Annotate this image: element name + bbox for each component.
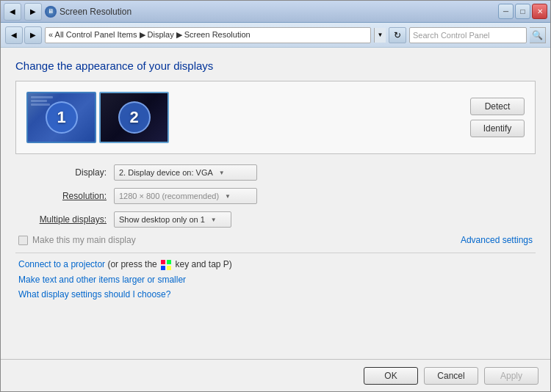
svg-rect-0 [161,260,165,264]
text-size-link[interactable]: Make text and other items larger or smal… [18,275,186,285]
text-size-link-row: Make text and other items larger or smal… [18,275,533,285]
main-display-checkbox[interactable] [18,236,28,245]
resolution-label: Resolution: [18,191,114,201]
breadcrumb[interactable]: « All Control Panel Items ▶ Display ▶ Sc… [45,27,371,43]
minimize-button[interactable]: ─ [498,4,514,19]
identify-button[interactable]: Identify [470,120,525,137]
window-icon: 🖥 [45,6,57,18]
display-label: Display: [18,167,114,178]
breadcrumb-text: « All Control Panel Items ▶ Display ▶ Sc… [48,30,251,40]
svg-rect-1 [167,260,171,264]
display-settings-link-row: What display settings should I choose? [18,289,533,300]
mini-bar-3 [31,104,50,106]
main-content: Change the appearance of your displays 1… [1,48,550,359]
projector-link-row: Connect to a projector (or press the key… [18,259,533,270]
checkbox-left: Make this my main display [18,235,136,245]
title-nav-back[interactable]: ◀ [4,3,21,21]
window: ◀ ▶ 🖥 Screen Resolution ─ □ ✕ ◀ ▶ « All … [0,0,551,392]
restore-button[interactable]: □ [515,4,530,19]
forward-button[interactable]: ▶ [24,26,42,44]
close-button[interactable]: ✕ [532,4,547,19]
projector-link[interactable]: Connect to a projector [18,259,105,269]
search-icon[interactable]: 🔍 [530,27,546,43]
window-title: Screen Resolution [60,7,132,17]
multiple-displays-row: Multiple displays: Show desktop only on … [18,211,533,228]
multiple-displays-select[interactable]: Show desktop only on 1 ▼ [114,211,231,228]
title-bar: ◀ ▶ 🖥 Screen Resolution ─ □ ✕ [1,1,550,23]
checkbox-label: Make this my main display [32,235,136,245]
display-select-value: 2. Display device on: VGA [119,168,213,177]
resolution-select[interactable]: 1280 × 800 (recommended) ▼ [114,188,257,204]
breadcrumb-dropdown[interactable]: ▼ [374,28,386,43]
title-bar-left: ◀ ▶ 🖥 Screen Resolution [4,3,498,21]
display-settings-link[interactable]: What display settings should I choose? [18,289,170,300]
display-dropdown-arrow: ▼ [219,170,225,176]
ok-button[interactable]: OK [364,367,418,385]
monitor-1-number: 1 [46,101,78,134]
advanced-settings-link[interactable]: Advanced settings [461,235,533,245]
monitor-2[interactable]: 2 [99,92,169,143]
cancel-button[interactable]: Cancel [424,367,478,385]
windows-logo-icon [161,260,171,270]
multiple-displays-value: Show desktop only on 1 [119,215,205,224]
monitor-1[interactable]: 1 [26,92,96,143]
title-nav-forward[interactable]: ▶ [24,3,42,21]
display-row: Display: 2. Display device on: VGA ▼ [18,164,533,181]
address-bar: ◀ ▶ « All Control Panel Items ▶ Display … [1,23,550,48]
projector-link-text-2: key and tap P) [175,259,231,269]
monitor-1-icons [31,96,53,106]
title-bar-controls: ─ □ ✕ [498,4,547,19]
detect-button[interactable]: Detect [470,98,525,115]
resolution-dropdown-arrow: ▼ [225,193,231,200]
search-placeholder: Search Control Panel [413,31,490,40]
footer: OK Cancel Apply [1,359,550,391]
resolution-select-value: 1280 × 800 (recommended) [119,192,219,200]
projector-link-text-1: (or press the [107,259,159,269]
nav-buttons: ◀ ▶ [5,26,42,44]
svg-rect-2 [161,266,165,270]
back-button[interactable]: ◀ [5,26,23,44]
monitors-area: 1 2 [26,92,169,143]
svg-rect-3 [167,266,171,270]
apply-button[interactable]: Apply [484,367,539,385]
multiple-displays-arrow: ▼ [211,217,217,223]
form-section: Display: 2. Display device on: VGA ▼ Res… [15,164,536,228]
multiple-displays-label: Multiple displays: [18,214,114,225]
detect-identify-area: Detect Identify [470,98,525,137]
links-section: Connect to a projector (or press the key… [15,253,536,310]
resolution-row: Resolution: 1280 × 800 (recommended) ▼ [18,188,533,204]
display-preview-container: 1 2 Detect Identify [15,81,536,154]
monitor-2-number: 2 [118,101,151,134]
display-select[interactable]: 2. Display device on: VGA ▼ [114,164,257,181]
mini-bar-2 [31,100,47,102]
refresh-button[interactable]: ↻ [389,27,406,43]
checkbox-row: Make this my main display Advanced setti… [15,235,536,245]
search-box[interactable]: Search Control Panel [409,27,527,43]
page-title: Change the appearance of your displays [15,59,536,72]
mini-bar-1 [31,96,53,98]
